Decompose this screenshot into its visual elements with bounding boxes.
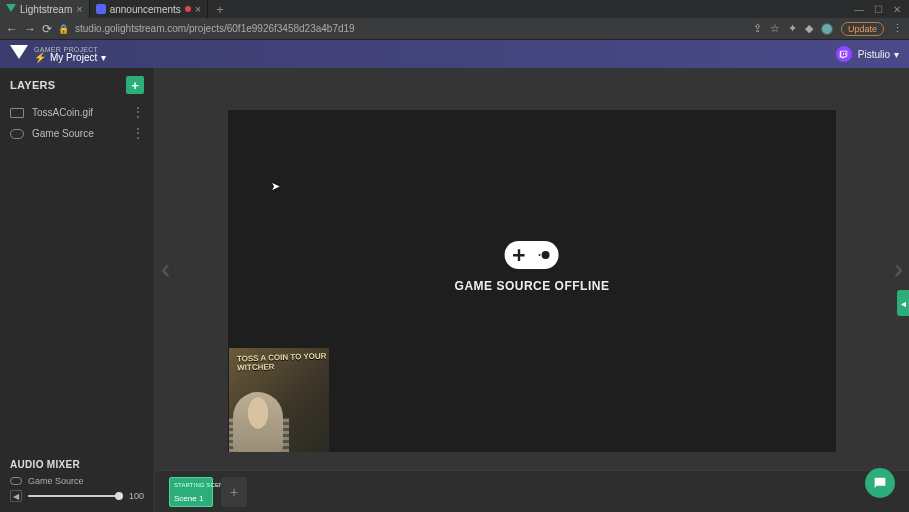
tab-favicon: [6, 4, 16, 14]
cursor-icon: ➤: [271, 180, 280, 193]
maximize-icon[interactable]: ☐: [874, 4, 883, 15]
offline-label: GAME SOURCE OFFLINE: [455, 279, 610, 293]
scenes-bar: STARTING SCENE ⓘ Scene 1 +: [155, 470, 909, 512]
extensions-icon[interactable]: ✦: [788, 22, 797, 35]
notification-dot: [185, 6, 191, 12]
project-selector[interactable]: GAMER PROJECT ⚡ My Project ▾: [34, 46, 106, 63]
add-layer-button[interactable]: +: [126, 76, 144, 94]
project-name: My Project: [50, 53, 97, 63]
image-layer-icon: [10, 108, 24, 118]
mixer-title: AUDIO MIXER: [10, 459, 144, 470]
extension-icon[interactable]: ◆: [805, 22, 813, 35]
add-scene-button[interactable]: +: [221, 477, 247, 507]
mixer-source-name: Game Source: [28, 476, 84, 486]
layer-name: TossACoin.gif: [32, 107, 93, 118]
tab-title: Lightstream: [20, 4, 72, 15]
thumb-caption: TOSS A COIN TO YOUR WITCHER: [237, 352, 329, 373]
gamepad-icon: [505, 241, 559, 269]
game-source-icon: [10, 477, 22, 485]
url-text: studio.golightstream.com/projects/60f1e9…: [75, 23, 355, 34]
browser-tab[interactable]: announcements ×: [90, 0, 209, 18]
app-logo[interactable]: [10, 45, 28, 63]
share-icon[interactable]: ⇪: [753, 22, 762, 35]
chat-fab[interactable]: [865, 468, 895, 498]
twitch-icon[interactable]: [836, 46, 852, 62]
offline-indicator: GAME SOURCE OFFLINE: [455, 241, 610, 293]
svg-marker-2: [10, 45, 28, 59]
bolt-icon: ⚡: [34, 53, 46, 63]
lock-icon: 🔒: [58, 24, 69, 34]
mute-button[interactable]: ◀: [10, 490, 22, 502]
preview-stage[interactable]: GAME SOURCE OFFLINE TOSS A COIN TO YOUR …: [228, 110, 836, 452]
game-layer-icon: [10, 129, 24, 139]
tab-title: announcements: [110, 4, 181, 15]
reload-button[interactable]: ⟳: [42, 22, 52, 36]
browser-tab-strip: Lightstream × announcements × + — ☐ ✕: [0, 0, 909, 18]
scene-card[interactable]: STARTING SCENE ⓘ Scene 1: [169, 477, 213, 507]
browser-tab[interactable]: Lightstream ×: [0, 0, 90, 18]
app-header: GAMER PROJECT ⚡ My Project ▾ Pistulio ▾: [0, 40, 909, 68]
next-scene-arrow[interactable]: ›: [894, 253, 903, 285]
scene-label: Scene 1: [174, 494, 208, 503]
slider-thumb[interactable]: [115, 492, 123, 500]
layers-title: LAYERS: [10, 79, 55, 91]
minimize-icon[interactable]: —: [854, 4, 864, 15]
profile-avatar[interactable]: [821, 23, 833, 35]
menu-icon[interactable]: ⋮: [892, 22, 903, 35]
starting-scene-tag: STARTING SCENE ⓘ: [174, 481, 208, 490]
window-controls: — ☐ ✕: [854, 4, 909, 15]
address-bar[interactable]: 🔒 studio.golightstream.com/projects/60f1…: [58, 23, 747, 34]
overlay-thumbnail[interactable]: TOSS A COIN TO YOUR WITCHER: [229, 348, 329, 452]
layer-name: Game Source: [32, 128, 94, 139]
tab-favicon: [96, 4, 106, 14]
bookmark-icon[interactable]: ☆: [770, 22, 780, 35]
svg-marker-0: [6, 4, 16, 12]
sidebar: LAYERS + TossACoin.gif ⋮ Game Source ⋮ A…: [0, 68, 155, 512]
canvas-area: ‹ › GAME SOURCE OFFLINE TOSS A COIN TO Y…: [155, 68, 909, 512]
close-window-icon[interactable]: ✕: [893, 4, 901, 15]
prev-scene-arrow[interactable]: ‹: [161, 253, 170, 285]
layer-row[interactable]: TossACoin.gif ⋮: [0, 102, 154, 123]
layer-options-icon[interactable]: ⋮: [132, 110, 144, 115]
new-tab-button[interactable]: +: [208, 2, 232, 17]
user-menu[interactable]: Pistulio ▾: [858, 49, 899, 60]
layer-row[interactable]: Game Source ⋮: [0, 123, 154, 144]
update-button[interactable]: Update: [841, 22, 884, 36]
browser-toolbar: ← → ⟳ 🔒 studio.golightstream.com/project…: [0, 18, 909, 40]
close-icon[interactable]: ×: [76, 3, 82, 15]
audio-mixer: AUDIO MIXER Game Source ◀ 100: [0, 453, 154, 512]
close-icon[interactable]: ×: [195, 3, 201, 15]
back-button[interactable]: ←: [6, 22, 18, 36]
expand-side-panel[interactable]: ◂: [897, 290, 909, 316]
chevron-down-icon: ▾: [894, 49, 899, 60]
user-name-label: Pistulio: [858, 49, 890, 60]
volume-value: 100: [126, 491, 144, 501]
volume-slider[interactable]: [28, 495, 120, 497]
forward-button[interactable]: →: [24, 22, 36, 36]
chevron-down-icon: ▾: [101, 53, 106, 63]
layer-options-icon[interactable]: ⋮: [132, 131, 144, 136]
svg-rect-1: [96, 4, 106, 14]
